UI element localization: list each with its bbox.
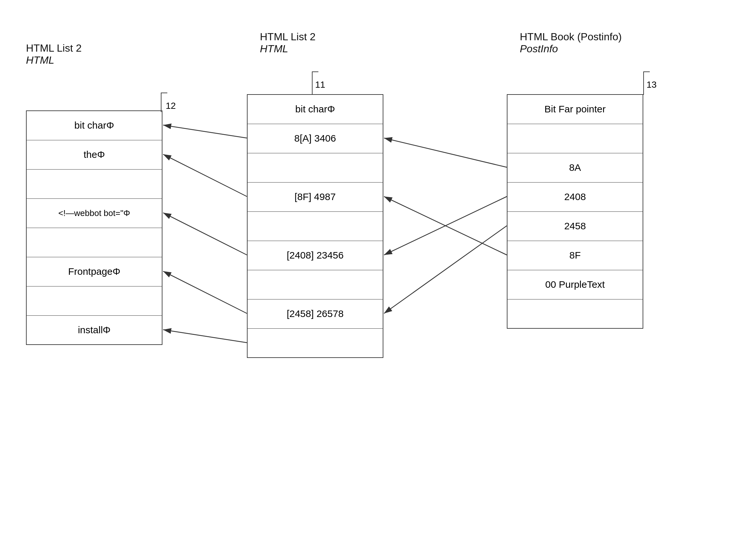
table-cell-empty (247, 270, 383, 299)
arrow-right-row5-to-mid-row3 (384, 197, 507, 255)
table-cell: [8F] 4987 (247, 182, 383, 211)
table-row (507, 124, 643, 153)
left-table: bit charΦ theΦ <!—webbot bot="Φ Frontpag… (26, 110, 162, 345)
table-row (507, 299, 643, 328)
table-cell: Bit Far pointer (507, 94, 643, 124)
left-ref-line-h (161, 93, 167, 93)
table-row (26, 286, 162, 315)
arrow-mid-row8-to-left-row7 (163, 330, 247, 343)
arrow-mid-row3-to-left-row1 (163, 154, 247, 197)
table-cell: <!—webbot bot="Φ (26, 199, 162, 228)
table-cell-empty (247, 211, 383, 241)
left-col-subtitle: HTML (26, 54, 82, 66)
table-cell: [2458] 26578 (247, 299, 383, 328)
table-row: [8F] 4987 (247, 182, 383, 211)
table-cell: FrontpageΦ (26, 257, 162, 286)
table-cell: 2458 (507, 211, 643, 241)
table-row: bit charΦ (247, 94, 383, 124)
table-row: 8[A] 3406 (247, 124, 383, 153)
table-row: Bit Far pointer (507, 94, 643, 124)
table-cell: theΦ (26, 140, 162, 169)
left-ref-label: 12 (166, 101, 176, 111)
table-row (247, 328, 383, 358)
table-cell: [2408] 23456 (247, 241, 383, 270)
right-ref-line-h (643, 71, 650, 72)
table-row: 2458 (507, 211, 643, 241)
arrow-right-row2-to-mid-row1 (384, 138, 507, 167)
table-cell: 8F (507, 241, 643, 270)
arrow-mid-row5-to-left-row3 (163, 213, 247, 255)
right-ref-label: 13 (646, 80, 657, 90)
right-col-subtitle: PostInfo (520, 43, 622, 55)
table-cell-empty (26, 286, 162, 315)
table-cell-empty (26, 228, 162, 257)
table-row (26, 169, 162, 199)
table-cell: 2408 (507, 182, 643, 211)
right-col-header: HTML Book (Postinfo) PostInfo (520, 31, 622, 55)
table-row: 2408 (507, 182, 643, 211)
arrow-right-row3-to-mid-row5 (384, 197, 507, 255)
table-row: installΦ (26, 315, 162, 345)
arrow-mid-row7-to-left-row5 (163, 271, 247, 313)
table-row: bit charΦ (26, 111, 162, 140)
diagram-container: HTML List 2 HTML bit charΦ theΦ <!—webbo… (0, 0, 756, 533)
table-row (26, 228, 162, 257)
table-row: [2458] 26578 (247, 299, 383, 328)
table-row: [2408] 23456 (247, 241, 383, 270)
table-row (247, 153, 383, 182)
left-col-title: HTML List 2 (26, 42, 82, 54)
right-table: Bit Far pointer 8A 2408 2458 8F 00 Purpl… (507, 94, 643, 329)
table-cell: bit charΦ (247, 94, 383, 124)
table-cell-empty (507, 299, 643, 328)
table-row: <!—webbot bot="Φ (26, 199, 162, 228)
middle-ref-label: 11 (315, 80, 325, 90)
table-row: theΦ (26, 140, 162, 169)
table-row: 8A (507, 153, 643, 182)
table-row: 00 PurpleText (507, 270, 643, 299)
middle-col-title: HTML List 2 (260, 31, 315, 43)
table-row (247, 211, 383, 241)
arrow-right-row4-to-mid-row7 (384, 226, 507, 313)
left-col-header: HTML List 2 HTML (26, 42, 82, 66)
table-cell: 00 PurpleText (507, 270, 643, 299)
table-row: 8F (507, 241, 643, 270)
table-row: FrontpageΦ (26, 257, 162, 286)
middle-col-header: HTML List 2 HTML (260, 31, 315, 55)
table-cell: 8[A] 3406 (247, 124, 383, 153)
left-ref-line (161, 93, 161, 112)
table-row (247, 270, 383, 299)
right-col-title: HTML Book (Postinfo) (520, 31, 622, 43)
table-cell-empty (26, 169, 162, 199)
table-cell-empty (507, 124, 643, 153)
table-cell-empty (247, 153, 383, 182)
right-ref-line (643, 71, 644, 95)
middle-col-subtitle: HTML (260, 43, 315, 55)
arrow-mid-row1-to-left-row0 (163, 125, 247, 138)
table-cell: installΦ (26, 315, 162, 345)
middle-ref-line-h (312, 71, 318, 72)
table-cell: 8A (507, 153, 643, 182)
table-cell: bit charΦ (26, 111, 162, 140)
middle-ref-line (312, 71, 312, 95)
middle-table: bit charΦ 8[A] 3406 [8F] 4987 [2408] 234… (247, 94, 383, 358)
table-cell-empty (247, 328, 383, 358)
